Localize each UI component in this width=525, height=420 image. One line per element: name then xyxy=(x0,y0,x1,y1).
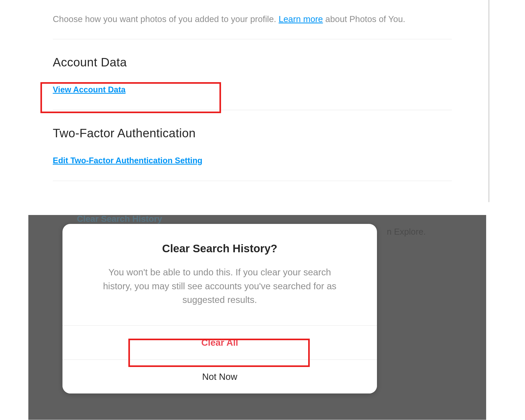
desc-suffix: about Photos of You. xyxy=(323,14,405,24)
not-now-button[interactable]: Not Now xyxy=(62,359,377,393)
scroll-indicator xyxy=(489,0,489,202)
settings-panel: Choose how you want photos of you added … xyxy=(0,0,503,210)
explore-text-fragment: n Explore. xyxy=(387,227,426,237)
photos-of-you-description: Choose how you want photos of you added … xyxy=(53,13,452,25)
modal-backdrop: Clear Search History n Explore. Clear Se… xyxy=(28,215,486,420)
dialog-message: You won't be able to undo this. If you c… xyxy=(99,265,340,307)
view-account-data-link[interactable]: View Account Data xyxy=(53,85,125,94)
learn-more-link[interactable]: Learn more xyxy=(279,14,323,24)
edit-two-factor-link[interactable]: Edit Two-Factor Authentication Setting xyxy=(53,156,202,165)
desc-prefix: Choose how you want photos of you added … xyxy=(53,14,279,24)
divider xyxy=(53,181,452,181)
clear-all-button[interactable]: Clear All xyxy=(62,325,377,359)
dialog-body: Clear Search History? You won't be able … xyxy=(62,224,377,325)
settings-content: Choose how you want photos of you added … xyxy=(53,13,452,181)
divider xyxy=(53,39,452,39)
account-data-heading: Account Data xyxy=(53,55,452,69)
clear-search-history-dialog: Clear Search History? You won't be able … xyxy=(62,224,377,393)
dialog-title: Clear Search History? xyxy=(86,242,353,255)
divider xyxy=(53,110,452,110)
two-factor-heading: Two-Factor Authentication xyxy=(53,126,452,140)
clear-search-history-link[interactable]: Clear Search History xyxy=(77,214,162,224)
